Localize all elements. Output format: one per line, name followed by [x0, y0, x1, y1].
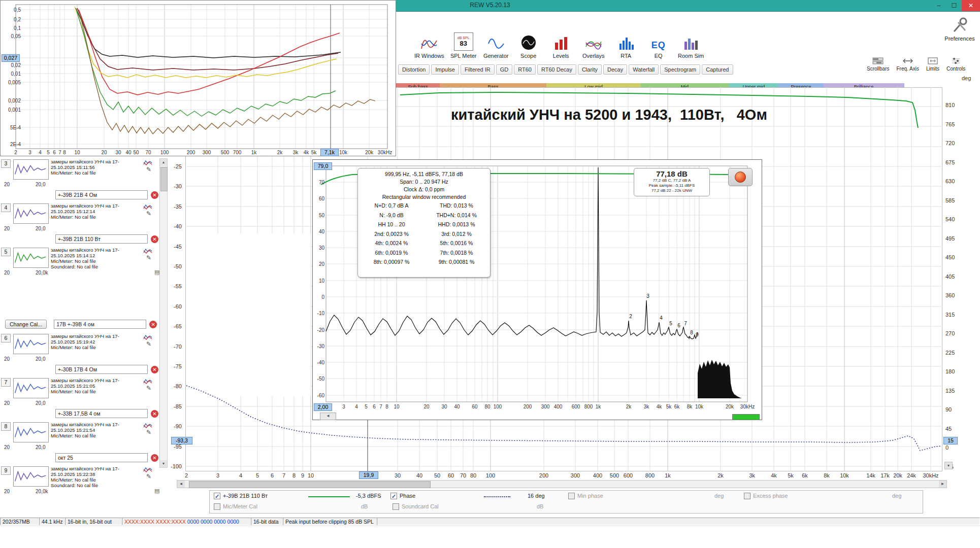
- measurement-number[interactable]: 4: [1, 203, 11, 212]
- tab[interactable]: GD: [496, 64, 513, 75]
- tab[interactable]: Clarity: [578, 64, 602, 75]
- tab[interactable]: Spectrogram: [660, 64, 700, 75]
- graph-icon[interactable]: [143, 466, 152, 473]
- tab[interactable]: Waterfall: [629, 64, 659, 75]
- measurement-thumbnail[interactable]: [13, 248, 49, 268]
- levels-button[interactable]: Levels: [545, 14, 577, 59]
- delete-measurement-button[interactable]: ✕: [151, 366, 158, 373]
- tab[interactable]: Impulse: [431, 64, 459, 75]
- measurement-name-input[interactable]: окт 25: [55, 453, 148, 462]
- scroll-right-icon[interactable]: ►: [939, 481, 946, 488]
- delete-measurement-button[interactable]: ✕: [151, 235, 158, 243]
- tab[interactable]: Filtered IR: [461, 64, 495, 75]
- scope-button[interactable]: Scope: [512, 14, 545, 59]
- soundcard-cal-checkbox[interactable]: [393, 503, 399, 510]
- distortion-plot: [1, 1, 396, 156]
- limits-button[interactable]: Limits: [923, 57, 943, 72]
- room-sim-button[interactable]: Room Sim: [675, 14, 707, 59]
- close-button[interactable]: ✕: [962, 0, 980, 11]
- blank-panel-area: [186, 234, 311, 396]
- measurement-item[interactable]: 3 замеры китайского УНЧ на 17- 25.10.202…: [0, 158, 170, 199]
- measurement-item[interactable]: 6 замеры китайского УНЧ на 17- 25.10.202…: [0, 333, 170, 374]
- graph-icon[interactable]: [143, 248, 152, 254]
- graph-icon[interactable]: [143, 422, 152, 429]
- ir-windows-button[interactable]: IR Windows: [411, 14, 447, 59]
- measurement-item[interactable]: 7 замеры китайского УНЧ на 17- 25.10.202…: [0, 377, 170, 418]
- measurement-thumbnail[interactable]: [13, 422, 49, 442]
- controls-button[interactable]: Controls: [943, 57, 969, 72]
- tab[interactable]: RT60 Decay: [537, 64, 576, 75]
- edit-icon[interactable]: ✎: [143, 254, 154, 261]
- measurement-name-input[interactable]: +-33В 17,5В 4 ом: [55, 409, 148, 418]
- measurement-thumbnail[interactable]: [13, 334, 49, 354]
- scrollbars-button[interactable]: Scrollbars: [863, 57, 893, 72]
- graph-icon[interactable]: [143, 203, 152, 210]
- scroll-down-icon[interactable]: ▼: [944, 462, 953, 469]
- mic-cal-checkbox[interactable]: [214, 503, 220, 510]
- graph-icon[interactable]: [143, 378, 152, 385]
- overlays-button[interactable]: Overlays: [577, 14, 610, 59]
- delete-measurement-button[interactable]: ✕: [151, 454, 158, 462]
- scrollbar-thumb[interactable]: [160, 167, 168, 191]
- scroll-up-icon[interactable]: ▲: [160, 159, 167, 166]
- graph-icon[interactable]: [143, 334, 152, 340]
- maximize-button[interactable]: ☐: [946, 0, 962, 11]
- notes-icon[interactable]: ▤: [154, 269, 159, 276]
- measurement-number[interactable]: 5: [1, 248, 11, 256]
- graph-icon[interactable]: [143, 159, 152, 166]
- min-phase-checkbox[interactable]: [568, 493, 575, 499]
- record-button[interactable]: [728, 168, 753, 186]
- measurement-item[interactable]: 8 замеры китайского УНЧ на 17- 25.10.202…: [0, 421, 170, 462]
- rta-panel[interactable]: 706050403020100-10-20-30-40-50-60 345678…: [312, 159, 762, 420]
- edit-icon[interactable]: ✎: [143, 385, 154, 392]
- minimize-button[interactable]: –: [931, 0, 946, 11]
- measurement-thumbnail[interactable]: [13, 159, 49, 180]
- measurement-item[interactable]: 5 замеры китайского УНЧ на 17- 25.10.202…: [0, 247, 170, 277]
- scrollbar-thumb[interactable]: [189, 481, 431, 488]
- measurement-name-input[interactable]: +-30В 17В 4 Ом: [55, 365, 148, 374]
- eq-button[interactable]: EQ EQ: [642, 14, 675, 59]
- spl-meter-button[interactable]: dB SPL 83 SPL Meter: [447, 14, 480, 59]
- measurement-name-input[interactable]: +-39В 21В 110 Вт: [55, 234, 148, 244]
- edit-icon[interactable]: ✎: [143, 166, 154, 173]
- edit-icon[interactable]: ✎: [143, 210, 154, 217]
- trace-checkbox[interactable]: ✓: [214, 493, 220, 499]
- edit-icon[interactable]: ✎: [143, 429, 154, 436]
- measurement-thumbnail[interactable]: [13, 203, 49, 224]
- measurement-number[interactable]: 9: [1, 466, 11, 475]
- delete-measurement-button[interactable]: ✕: [151, 410, 158, 418]
- measurement-item[interactable]: 4 замеры китайского УНЧ на 17- 25.10.202…: [0, 202, 170, 244]
- excess-phase-checkbox[interactable]: [744, 493, 750, 499]
- measurement-thumbnail[interactable]: [13, 378, 49, 398]
- axis-tick: 20k: [893, 472, 902, 478]
- change-cal-button[interactable]: Change Cal...: [5, 320, 47, 329]
- rta-scroll-left[interactable]: ◄: [320, 413, 336, 420]
- graph-hscrollbar[interactable]: ◄ ►: [177, 480, 947, 488]
- scroll-down-icon[interactable]: ▼: [160, 460, 167, 467]
- tab[interactable]: Decay: [603, 64, 627, 75]
- tab[interactable]: Captured: [702, 64, 733, 75]
- measurement-name-input[interactable]: 17В +-39В 4 ом: [54, 320, 146, 329]
- scroll-left-icon[interactable]: ◄: [177, 481, 185, 488]
- notes-icon[interactable]: ▤: [154, 488, 159, 494]
- edit-icon[interactable]: ✎: [143, 340, 154, 348]
- tab[interactable]: Distortion: [398, 64, 430, 75]
- tab[interactable]: RT60: [514, 64, 536, 75]
- measurement-thumbnail[interactable]: [13, 466, 49, 487]
- rta-button[interactable]: RTA: [610, 14, 642, 59]
- edit-icon[interactable]: ✎: [143, 473, 154, 480]
- measurement-item[interactable]: 9 замеры китайского УНЧ на 17- 25.10.202…: [0, 465, 170, 496]
- phase-checkbox[interactable]: ✓: [390, 493, 397, 499]
- delete-measurement-button[interactable]: ✕: [149, 321, 157, 328]
- sidebar-scrollbar[interactable]: ▲ ▼: [159, 158, 168, 468]
- measurement-number[interactable]: 6: [1, 334, 11, 342]
- preferences-button[interactable]: Preferences: [940, 17, 979, 42]
- delete-measurement-button[interactable]: ✕: [151, 191, 158, 199]
- freq-axis-button[interactable]: Freq. Axis: [893, 57, 922, 72]
- measurement-number[interactable]: 8: [1, 422, 11, 431]
- distortion-overlay-window[interactable]: 0,50,20,10,050,020,010,0050,0020,0015E-4…: [0, 0, 396, 156]
- measurement-name-input[interactable]: +-39В 21В 4 Ом: [55, 190, 148, 199]
- measurement-number[interactable]: 7: [1, 378, 11, 387]
- measurement-number[interactable]: 3: [1, 159, 11, 168]
- generator-button[interactable]: Generator: [480, 14, 512, 59]
